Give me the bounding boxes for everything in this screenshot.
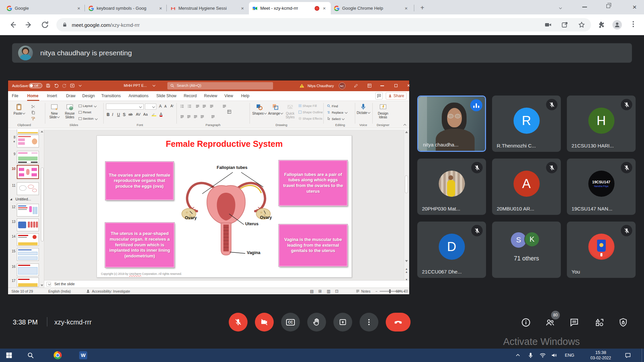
taskbar-search-icon[interactable]	[27, 352, 34, 359]
self-tile[interactable]: You	[567, 222, 636, 278]
share-page-icon[interactable]	[561, 21, 569, 29]
present-now-button[interactable]	[333, 313, 352, 331]
start-button[interactable]	[5, 352, 13, 359]
action-center-icon[interactable]	[625, 352, 631, 359]
align-center-icon	[186, 114, 191, 119]
window-minimize-button[interactable]	[582, 7, 587, 7]
participant-tile-nitya[interactable]: nitya chaudha...	[417, 96, 486, 152]
tab-close-icon[interactable]: ×	[239, 5, 246, 11]
tab-google[interactable]: Google ×	[3, 2, 85, 14]
extensions-puzzle-icon[interactable]	[597, 21, 605, 29]
strikethrough-button: ab	[128, 112, 132, 116]
mic-off-icon	[546, 162, 557, 173]
tab-search-chevron-icon[interactable]	[559, 5, 567, 10]
ppt-qat-chevron-icon	[79, 84, 82, 86]
window-close-button[interactable]: ×	[630, 2, 639, 12]
chrome-tab-strip: Google × keyboard symbols - Goog × Menst…	[0, 0, 644, 14]
clear-format-button: Aʳ	[170, 104, 174, 108]
tab-title: keyboard symbols - Goog	[97, 6, 155, 11]
tray-date: 03-02-2022	[582, 355, 619, 361]
mic-off-icon	[234, 318, 242, 326]
tab-keyboard-symbols[interactable]: keyboard symbols - Goog ×	[85, 2, 167, 14]
tray-language[interactable]: ENG	[565, 353, 574, 358]
taskbar-word-icon[interactable]: W	[79, 351, 87, 359]
meeting-code: xzy-kcmd-rrr	[54, 318, 92, 326]
participant-name: R.Thenmozhi C...	[497, 143, 536, 148]
ppt-redo-icon	[62, 83, 67, 88]
format-painter-icon	[31, 116, 36, 121]
participant-tile[interactable]: D 21CCU067 Dhe...	[417, 222, 486, 278]
tab-chrome-help[interactable]: Google Chrome Help ×	[331, 2, 413, 14]
mic-toggle-button[interactable]	[229, 313, 248, 331]
camera-in-use-icon[interactable]	[544, 21, 552, 29]
ppt-menu-insert: Insert	[47, 94, 57, 98]
bookmark-star-icon[interactable]	[578, 21, 586, 29]
meeting-clock: 3:38 PM	[13, 318, 38, 326]
tab-close-icon[interactable]: ×	[321, 5, 327, 11]
participant-tile[interactable]: R R.Thenmozhi C...	[492, 96, 561, 152]
dictate-mic-icon	[360, 103, 367, 110]
shapes-icon	[255, 103, 263, 111]
new-tab-button[interactable]: +	[418, 3, 427, 12]
slide: Female Reproductive System The ovaries a…	[97, 135, 352, 278]
forward-button[interactable]	[24, 20, 34, 29]
grow-font-button: A	[159, 104, 162, 109]
overflow-participants-tile[interactable]: S K 71 others	[492, 222, 561, 278]
activate-windows-watermark: Activate Windows	[503, 336, 580, 347]
tray-chevron-up-icon[interactable]	[515, 352, 521, 359]
chat-button[interactable]	[569, 317, 579, 327]
participant-tile[interactable]: 20PHP030 Mat...	[417, 159, 486, 215]
shared-screen-presentation[interactable]: AutoSave Off MHH PPT E... Search (Alt+Q)…	[8, 80, 409, 294]
participant-name: 20MBU010 AR...	[497, 206, 534, 212]
indent-decrease-icon	[195, 104, 200, 109]
slide-textbox-vagina: Vagina is the muscular tube leading from…	[279, 224, 347, 266]
mic-off-icon	[471, 162, 483, 173]
ppt-close-icon: ×	[407, 83, 410, 88]
tab-close-icon[interactable]: ×	[158, 5, 164, 11]
ribbon-divider	[372, 103, 373, 124]
tray-clock[interactable]: 15:38 03-02-2022	[582, 350, 619, 361]
participant-tile[interactable]: A 20MBU010 AR...	[492, 159, 561, 215]
participant-tile[interactable]: 19CSU147 Nandha Priya 19CSU147 NAN...	[567, 159, 636, 215]
participant-tile[interactable]: H 21CSU130 HARI...	[567, 96, 636, 152]
thumbnail-preview	[17, 129, 39, 134]
raise-hand-button[interactable]	[307, 313, 326, 331]
tray-mic-icon[interactable]	[527, 352, 534, 359]
tray-wifi-icon[interactable]	[539, 352, 546, 359]
tab-menstrual-hygiene[interactable]: Menstrual Hygiene Sessi ×	[167, 2, 249, 14]
address-bar[interactable]: meet.google.com/xzy-kcmd-rrr	[56, 18, 591, 32]
show-desktop-divider[interactable]	[642, 349, 642, 362]
window-restore-button[interactable]	[606, 4, 610, 8]
canvas-scrollbar: ▲▲ ▼▼	[404, 129, 409, 288]
ppt-ribbon: Paste Clipboard New Slide Reuse Slides L…	[8, 101, 409, 128]
taskbar-chrome-icon[interactable]	[54, 351, 62, 359]
activities-button[interactable]	[594, 317, 604, 327]
recording-indicator-icon	[315, 6, 319, 11]
slide-textbox-uterus: The uterus is a pear-shaped muscular org…	[105, 223, 174, 267]
italic-button: I	[112, 112, 113, 117]
captions-button[interactable]: CC	[281, 313, 300, 331]
quick-styles-icon	[286, 103, 294, 111]
warning-icon	[299, 83, 305, 88]
reload-button[interactable]	[40, 20, 50, 29]
tab-close-icon[interactable]: ×	[403, 5, 409, 11]
meeting-details-button[interactable]	[521, 317, 531, 327]
camera-toggle-button[interactable]	[255, 313, 274, 331]
ppt-menu-review: Review	[204, 94, 217, 98]
ppt-menu-view: View	[224, 94, 233, 98]
host-controls-button[interactable]	[618, 317, 628, 327]
back-button[interactable]	[8, 20, 17, 29]
tab-meet-active[interactable]: Meet - xzy-kcmd-rrr ×	[249, 2, 331, 14]
thumbnail-preview	[17, 135, 39, 147]
presenting-banner-text: nitya chaudhary is presenting	[40, 49, 132, 57]
ppt-shape-fill-button: Shape Fill	[299, 104, 317, 108]
paste-icon	[15, 103, 23, 111]
tab-close-icon[interactable]: ×	[76, 5, 82, 11]
ppt-replace-button: Replace	[327, 110, 347, 114]
more-options-button[interactable]	[360, 313, 378, 331]
meet-favicon-icon	[252, 6, 258, 11]
tray-volume-icon[interactable]	[551, 352, 557, 359]
profile-avatar[interactable]	[612, 20, 622, 29]
chrome-menu-kebab-icon[interactable]	[633, 20, 635, 29]
leave-call-button[interactable]	[386, 313, 411, 331]
